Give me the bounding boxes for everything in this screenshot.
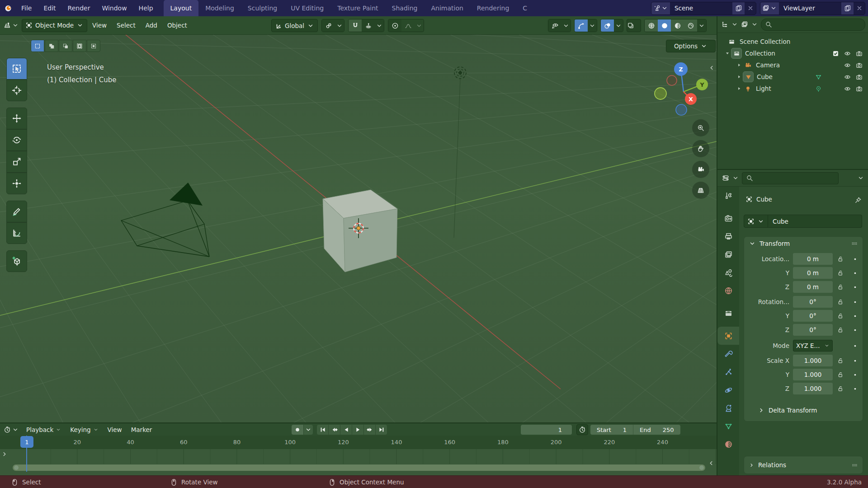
tool-rotate-button[interactable] bbox=[6, 129, 27, 151]
animate-dot[interactable] bbox=[850, 328, 860, 333]
falloff-chevron[interactable] bbox=[415, 19, 424, 32]
current-frame-field[interactable]: 1 bbox=[521, 425, 572, 435]
properties-tab-data[interactable] bbox=[717, 417, 739, 435]
xray-toggle[interactable] bbox=[627, 19, 641, 32]
hide-viewport-toggle[interactable] bbox=[844, 85, 851, 92]
menu-render[interactable]: Render bbox=[62, 0, 96, 16]
gizmo-chevron[interactable] bbox=[588, 19, 597, 32]
properties-tab-modifiers[interactable] bbox=[717, 345, 739, 363]
remove-viewlayer-button[interactable] bbox=[854, 2, 865, 14]
drag-grip-icon[interactable] bbox=[851, 462, 858, 469]
tool-select-box-button[interactable] bbox=[6, 58, 27, 80]
properties-tab-constraints[interactable] bbox=[717, 399, 739, 417]
lock-open-icon[interactable] bbox=[835, 385, 846, 392]
disclosure-closed-icon[interactable] bbox=[736, 74, 743, 80]
camera-view-button[interactable] bbox=[692, 161, 709, 178]
outliner-row-camera[interactable]: Camera bbox=[717, 59, 868, 71]
gizmo-toggle[interactable] bbox=[575, 19, 588, 32]
gizmo-axis-neg-y[interactable] bbox=[655, 88, 666, 99]
next-keyframe-button[interactable] bbox=[364, 425, 376, 435]
pivot-dropdown[interactable] bbox=[321, 19, 344, 32]
options-button[interactable]: Options bbox=[666, 40, 716, 52]
properties-search-input[interactable] bbox=[742, 172, 839, 184]
scene-selector[interactable]: Scene bbox=[651, 2, 756, 15]
disclosure-closed-icon[interactable] bbox=[736, 62, 743, 68]
tool-add-cube-button[interactable] bbox=[6, 250, 27, 272]
shading-rendered-button[interactable] bbox=[684, 19, 697, 32]
viewport-menu-select[interactable]: Select bbox=[112, 16, 141, 34]
snap-to-button[interactable] bbox=[362, 19, 375, 32]
timeline-scrollbar[interactable] bbox=[13, 465, 705, 471]
select-mode-invert-button[interactable] bbox=[73, 40, 86, 52]
keying-set-chevron[interactable] bbox=[304, 425, 313, 435]
jump-to-end-button[interactable] bbox=[376, 425, 387, 435]
overlays-chevron[interactable] bbox=[614, 19, 623, 32]
display-mode-chevron[interactable] bbox=[731, 21, 738, 28]
properties-editor-chevron[interactable] bbox=[732, 174, 739, 182]
include-checkbox[interactable] bbox=[832, 50, 839, 57]
falloff-button[interactable] bbox=[401, 19, 415, 32]
lock-open-icon[interactable] bbox=[835, 313, 846, 319]
viewlayer-name[interactable]: ViewLayer bbox=[779, 5, 841, 12]
disable-render-toggle[interactable] bbox=[856, 50, 863, 57]
menu-window[interactable]: Window bbox=[96, 0, 132, 16]
properties-options-chevron[interactable] bbox=[857, 174, 864, 182]
workspace-tab-rendering[interactable]: Rendering bbox=[470, 0, 516, 16]
properties-tab-material[interactable] bbox=[717, 435, 739, 453]
lock-open-icon[interactable] bbox=[835, 256, 846, 262]
properties-tab-view-layer[interactable] bbox=[717, 245, 739, 263]
prev-keyframe-button[interactable] bbox=[329, 425, 340, 435]
play-button[interactable] bbox=[352, 425, 364, 435]
properties-editor-type-button[interactable] bbox=[722, 174, 729, 182]
disable-render-toggle[interactable] bbox=[856, 85, 863, 92]
tool-cursor-button[interactable] bbox=[6, 80, 27, 101]
select-mode-set-button[interactable] bbox=[31, 40, 44, 52]
outliner-row-light[interactable]: Light bbox=[717, 83, 868, 94]
transform-value-field[interactable]: 1.000 bbox=[793, 355, 833, 366]
overlays-toggle[interactable] bbox=[601, 19, 614, 32]
properties-tab-render[interactable] bbox=[717, 209, 739, 227]
tool-measure-button[interactable] bbox=[6, 222, 27, 244]
timeline-expand-arrow[interactable] bbox=[1, 450, 8, 458]
lock-open-icon[interactable] bbox=[835, 357, 846, 364]
disable-render-toggle[interactable] bbox=[856, 74, 863, 80]
workspace-tab-animation[interactable]: Animation bbox=[424, 0, 470, 16]
timeline-menu-view[interactable]: View bbox=[103, 423, 127, 436]
properties-tab-tool[interactable] bbox=[717, 187, 739, 205]
viewlayer-selector[interactable]: ViewLayer bbox=[760, 2, 865, 15]
properties-tab-particles[interactable] bbox=[717, 363, 739, 381]
breadcrumb-object-name[interactable]: Cube bbox=[756, 196, 772, 203]
properties-tab-output[interactable] bbox=[717, 227, 739, 245]
workspace-tab-texture-paint[interactable]: Texture Paint bbox=[330, 0, 385, 16]
transform-value-field[interactable]: 0 m bbox=[793, 281, 833, 293]
visibility-dropdown[interactable] bbox=[548, 19, 571, 32]
lock-open-icon[interactable] bbox=[835, 371, 846, 378]
tool-annotate-button[interactable] bbox=[6, 201, 27, 222]
filter-chevron[interactable] bbox=[751, 21, 758, 28]
sidebar-collapse-arrow[interactable] bbox=[708, 64, 715, 71]
pin-icon[interactable] bbox=[854, 197, 862, 204]
tool-scale-button[interactable] bbox=[6, 151, 27, 173]
properties-tab-collection[interactable] bbox=[717, 304, 739, 322]
outliner-search-input[interactable] bbox=[761, 19, 865, 31]
pan-button[interactable] bbox=[692, 140, 709, 157]
transform-value-field[interactable]: 0 m bbox=[793, 253, 833, 265]
lock-open-icon[interactable] bbox=[835, 327, 846, 333]
transform-panel-header[interactable]: Transform bbox=[744, 237, 863, 250]
animate-dot[interactable] bbox=[850, 386, 860, 391]
menu-help[interactable]: Help bbox=[133, 0, 159, 16]
shading-material-button[interactable] bbox=[671, 19, 684, 32]
shading-chevron[interactable] bbox=[697, 19, 706, 32]
animate-dot[interactable] bbox=[850, 300, 860, 305]
id-browse-button[interactable] bbox=[744, 215, 768, 228]
timeline-collapse-arrow[interactable] bbox=[708, 460, 715, 467]
timeline-ruler[interactable]: 1 20406080100120140160180200220240 bbox=[0, 436, 717, 449]
new-viewlayer-button[interactable] bbox=[841, 2, 854, 14]
scene-browse-button[interactable] bbox=[651, 2, 670, 14]
transform-value-field[interactable]: 1.000 bbox=[793, 383, 833, 394]
workspace-tab-c[interactable]: C bbox=[516, 0, 534, 16]
disclosure-open-icon[interactable] bbox=[724, 51, 731, 56]
lock-open-icon[interactable] bbox=[835, 270, 846, 276]
viewport-menu-add[interactable]: Add bbox=[141, 16, 162, 34]
transform-value-field[interactable]: 0 m bbox=[793, 267, 833, 279]
